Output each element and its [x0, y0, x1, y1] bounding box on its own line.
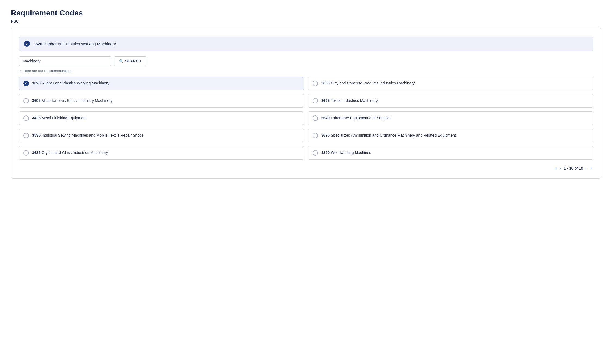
- main-card: 3620 Rubber and Plastics Working Machine…: [11, 28, 601, 179]
- radio-3635: [23, 150, 29, 156]
- radio-3630: [313, 81, 318, 86]
- pagination-last[interactable]: »: [589, 165, 593, 171]
- result-item-3620[interactable]: 3620 Rubber and Plastics Working Machine…: [19, 77, 304, 90]
- radio-6640: [313, 115, 318, 121]
- result-item-3625[interactable]: 3625 Textile Industries Machinery: [308, 94, 593, 108]
- result-item-3635-text: 3635 Crystal and Glass Industries Machin…: [32, 150, 108, 156]
- pagination-total: 18: [579, 166, 583, 170]
- search-button[interactable]: 🔍 SEARCH: [114, 56, 146, 66]
- radio-3690: [313, 133, 318, 138]
- pagination-of: of: [574, 166, 578, 170]
- pagination-first[interactable]: «: [554, 165, 558, 171]
- pagination-next[interactable]: ›: [584, 165, 588, 171]
- search-input[interactable]: [19, 56, 111, 66]
- result-item-6640[interactable]: 6640 Laboratory Equipment and Supplies: [308, 111, 593, 125]
- result-item-3690[interactable]: 3690 Specialized Ammunition and Ordnance…: [308, 129, 593, 142]
- result-item-3695-text: 3695 Miscellaneous Special Industry Mach…: [32, 98, 113, 103]
- result-item-3530-text: 3530 Industrial Sewing Machines and Mobi…: [32, 133, 144, 138]
- result-item-3625-text: 3625 Textile Industries Machinery: [321, 98, 378, 103]
- search-button-label: SEARCH: [125, 59, 141, 63]
- radio-3620: [23, 81, 29, 86]
- search-row: 🔍 SEARCH: [19, 56, 593, 66]
- result-item-3426[interactable]: 3426 Metal Finishing Equipment: [19, 111, 304, 125]
- result-item-6640-text: 6640 Laboratory Equipment and Supplies: [321, 115, 391, 121]
- radio-3625: [313, 98, 318, 103]
- result-item-3635[interactable]: 3635 Crystal and Glass Industries Machin…: [19, 146, 304, 160]
- result-item-3690-text: 3690 Specialized Ammunition and Ordnance…: [321, 133, 456, 138]
- selected-item-display: 3620 Rubber and Plastics Working Machine…: [19, 37, 593, 51]
- result-item-3426-text: 3426 Metal Finishing Equipment: [32, 115, 86, 121]
- search-icon: 🔍: [119, 59, 123, 63]
- radio-3695: [23, 98, 29, 103]
- radio-3530: [23, 133, 29, 138]
- radio-3426: [23, 115, 29, 121]
- recommendations-label: Here are our recommendations: [19, 69, 593, 73]
- result-item-3695[interactable]: 3695 Miscellaneous Special Industry Mach…: [19, 94, 304, 108]
- pagination: « ‹ 1 - 10 of 18 › »: [19, 165, 593, 171]
- selected-item-label: Rubber and Plastics Working Machinery: [44, 42, 116, 46]
- radio-3220: [313, 150, 318, 156]
- pagination-prev[interactable]: ‹: [559, 165, 563, 171]
- result-item-3220-text: 3220 Woodworking Machines: [321, 150, 371, 156]
- pagination-current: 1 - 10: [564, 166, 574, 170]
- result-item-3620-text: 3620 Rubber and Plastics Working Machine…: [32, 81, 109, 86]
- result-item-3530[interactable]: 3530 Industrial Sewing Machines and Mobi…: [19, 129, 304, 142]
- selected-check-icon: [24, 41, 30, 47]
- result-item-3630[interactable]: 3630 Clay and Concrete Products Industri…: [308, 77, 593, 90]
- page-title: Requirement Codes: [11, 9, 601, 17]
- results-grid: 3620 Rubber and Plastics Working Machine…: [19, 77, 593, 160]
- selected-item-code: 3620: [33, 42, 42, 46]
- selected-item-text: 3620 Rubber and Plastics Working Machine…: [33, 42, 116, 46]
- result-item-3630-text: 3630 Clay and Concrete Products Industri…: [321, 81, 415, 86]
- result-item-3220[interactable]: 3220 Woodworking Machines: [308, 146, 593, 160]
- page-subtitle: PSC: [11, 19, 601, 23]
